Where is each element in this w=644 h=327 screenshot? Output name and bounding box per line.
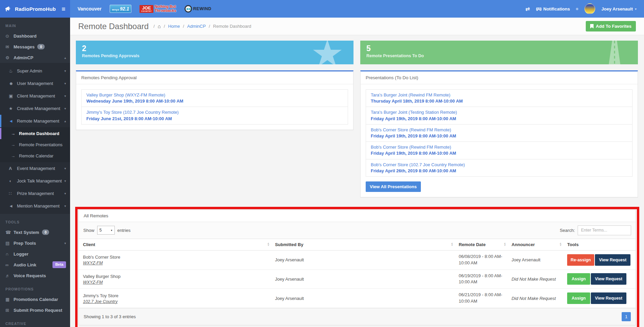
shuffle-icon[interactable]: ⇄	[525, 6, 530, 12]
sidebar-item-user-management[interactable]: ☻ User Management ▾	[0, 77, 70, 90]
station-logo-wxyz[interactable]: wxyz 92.1	[110, 5, 131, 13]
sidebar-item-voice-requests[interactable]: ♬ Voice Requests	[0, 270, 70, 281]
pending-approval-panel: Remotes Pending Approval Valley Burger S…	[76, 70, 353, 130]
sidebar-item-submit-promo-request[interactable]: ⊞ Submit Promo Request	[0, 305, 70, 315]
sidebar-item-prep-tools[interactable]: ▤ Prep Tools ▾	[0, 238, 70, 248]
clipboard-icon: ▤	[5, 241, 14, 246]
caret-up-icon: ▴	[64, 119, 66, 123]
sidebar-item-logger[interactable]: ∩ Logger	[0, 248, 70, 259]
submitted-by-cell: Joey Arsenault	[271, 289, 455, 308]
presentation-link[interactable]: Tara's Burger Joint (Rewind FM Remote)	[371, 92, 627, 98]
caret-down-icon: ▾	[64, 167, 66, 170]
entries-select[interactable]: 5 ▾	[97, 226, 115, 235]
dashboard-icon: ⊙	[5, 34, 14, 39]
sidebar-item-remote-presentations[interactable]: → Remote Presentations	[0, 139, 70, 150]
panel-title: Remotes Pending Approval	[76, 71, 353, 84]
home-icon[interactable]: ⌂	[158, 23, 161, 29]
list-item: Tara's Burger Joint (Testing Station Rem…	[366, 107, 632, 124]
list-item: Tara's Burger Joint (Rewind FM Remote) T…	[366, 90, 632, 107]
station-logo-rewind[interactable]: ◀◀ REWIND	[185, 5, 212, 13]
calendar-icon: ▦	[5, 297, 14, 302]
sidebar-item-event-management[interactable]: A Event Management ▾	[0, 162, 70, 175]
caret-down-icon: ▾	[64, 69, 66, 73]
main-content: Remote Dashboard / ⌂ / Home / AdminCP / …	[70, 18, 644, 327]
stat-card-presentations-todo[interactable]: 5 Remote Presentations To Do	[360, 41, 638, 64]
breadcrumb-current: Remote Dashboard	[213, 24, 251, 29]
sidebar-item-text-system[interactable]: ☎ Text System 0	[0, 227, 70, 238]
column-header-announcer[interactable]: Announcer▴▾	[508, 239, 563, 250]
sidebar-item-creative-management[interactable]: ★ Creative Management ▾	[0, 102, 70, 115]
announcer-cell: Did Not Make Request	[508, 269, 563, 289]
breadcrumb-bar: Remote Dashboard / ⌂ / Home / AdminCP / …	[70, 18, 644, 35]
view-all-presentations-button[interactable]: View All Presentations	[366, 181, 421, 192]
search-input[interactable]	[578, 225, 631, 235]
sidebar-item-mention-management[interactable]: ◄ Mention Management ▾	[0, 200, 70, 212]
section-label-creative: CREATIVE	[0, 315, 70, 327]
stat-card-pending-remotes[interactable]: 2 Remotes Pending Approvals ★	[76, 41, 353, 64]
sidebar-item-remote-dashboard[interactable]: → Remote Dashboard	[0, 128, 70, 139]
messages-badge: 0	[37, 44, 45, 50]
pagination-page-1[interactable]: 1	[622, 312, 631, 321]
speaker-icon: ♬	[5, 273, 14, 278]
view-request-button[interactable]: View Request	[591, 273, 626, 285]
user-menu[interactable]: Joey Arsenault ▾	[601, 6, 637, 12]
sidebar-item-promotions-calendar[interactable]: ▦ Promotions Calendar	[0, 294, 70, 305]
navbar-right: ⇄ ((A)) Notifications Joey Arsenault ▾	[525, 3, 637, 14]
column-header-client[interactable]: Client▴▾	[79, 239, 271, 250]
station-link[interactable]: WXYZ-FM	[83, 261, 103, 265]
sidebar-item-remote-calendar[interactable]: → Remote Calendar	[0, 150, 70, 161]
column-header-remote-date[interactable]: Remote Date▴▾	[455, 239, 508, 250]
brand[interactable]: RadioPromoHub ≡	[0, 0, 70, 18]
view-request-button[interactable]: View Request	[595, 254, 630, 266]
all-remotes-table: Client▴▾ Submitted By▴▾ Remote Date▴▾ An…	[79, 239, 636, 308]
sidebar-item-messages[interactable]: ✉ Messages 0	[0, 41, 70, 52]
font-icon: A	[9, 166, 17, 171]
notifications-button[interactable]: ((A)) Notifications	[536, 6, 570, 12]
reassign-button[interactable]: Re-assign	[567, 254, 594, 266]
presentation-link[interactable]: Bob's Corner Store (Rewind FM Remote)	[371, 127, 627, 133]
station-link[interactable]: WXYZ-FM	[83, 280, 103, 285]
show-label: Show	[83, 228, 94, 233]
station-link[interactable]: 102.7 Joe Country	[83, 299, 117, 304]
presentation-link[interactable]: Bob's Corner Store (Rewind FM Remote)	[371, 144, 627, 150]
sidebar-item-prize-management[interactable]: ∷ Prize Management ▾	[0, 187, 70, 200]
sidebar-item-admincp[interactable]: ⚙ AdminCP ▴	[0, 52, 70, 63]
top-navbar: Vancouver wxyz 92.1 JOE COUNTRY Nothing …	[70, 0, 644, 18]
column-header-submitted-by[interactable]: Submitted By▴▾	[271, 239, 455, 250]
client-name: Jimmy's Toy Store	[83, 293, 267, 299]
table-footer: Showing 1 to 3 of 3 entries 1	[79, 308, 636, 325]
remote-link[interactable]: Jimmy's Toy Store (102.7 Joe Country Rem…	[86, 109, 343, 115]
view-request-button[interactable]: View Request	[591, 292, 626, 304]
table-header-row: Client▴▾ Submitted By▴▾ Remote Date▴▾ An…	[79, 239, 636, 250]
presentation-date: Friday April 19th, 2019 8:00 AM-10:00 AM	[371, 116, 627, 122]
add-to-favorites-button[interactable]: Add To Favorites	[586, 21, 636, 31]
remote-link[interactable]: Valley Burger Shop (WXYZ-FM Remote)	[86, 92, 343, 98]
sidebar-item-client-management[interactable]: ▣ Client Management ▾	[0, 90, 70, 102]
presentation-date: Friday April 26th, 2019 8:00 AM-10:00 AM	[371, 168, 627, 174]
sidebar-item-jock-talk-management[interactable]: ◖ Jock Talk Management ▾	[0, 175, 70, 187]
sidebar-nav: MAIN ⊙ Dashboard ✉ Messages 0 ⚙ AdminCP …	[0, 18, 70, 327]
station-logo-joe-country[interactable]: JOE COUNTRY Nothing But Throwbacks	[139, 5, 176, 13]
assign-button[interactable]: Assign	[567, 273, 590, 285]
remote-date-cell: 06/21/2019 - 8:00 AM-10:00 AM	[455, 289, 508, 308]
avatar[interactable]	[584, 3, 595, 14]
breadcrumb-link-admincp[interactable]: AdminCP	[187, 24, 206, 29]
assign-button[interactable]: Assign	[567, 292, 590, 304]
sort-icons: ▴▾	[504, 243, 506, 246]
list-item: Jimmy's Toy Store (102.7 Joe Country Rem…	[82, 107, 348, 124]
hamburger-icon[interactable]: ≡	[62, 6, 65, 12]
sort-icons: ▴▾	[451, 243, 453, 246]
sidebar-item-dashboard[interactable]: ⊙ Dashboard	[0, 30, 70, 41]
search-label: Search:	[560, 228, 575, 233]
sidebar-item-remote-management[interactable]: ◄ Remote Management ▴	[0, 115, 70, 127]
sort-icons: ▴▾	[560, 243, 561, 246]
presentation-link[interactable]: Tara's Burger Joint (Testing Station Rem…	[371, 109, 627, 115]
sidebar-item-super-admin[interactable]: ♨ Super Admin ▾	[0, 65, 70, 77]
list-item: Valley Burger Shop (WXYZ-FM Remote) Wedn…	[82, 90, 348, 107]
presentation-link[interactable]: Bob's Corner Store (102.7 Joe Country Re…	[371, 162, 627, 168]
sidebar-item-audio-link[interactable]: ∞ Audio Link Beta	[0, 259, 70, 270]
remote-management-submenu: → Remote Dashboard → Remote Presentation…	[0, 127, 70, 162]
link-icon: ∞	[5, 262, 14, 267]
breadcrumb-link-home[interactable]: Home	[168, 24, 180, 29]
red-annotation-box: All Remotes Show 5 ▾ entries Search:	[75, 207, 639, 327]
